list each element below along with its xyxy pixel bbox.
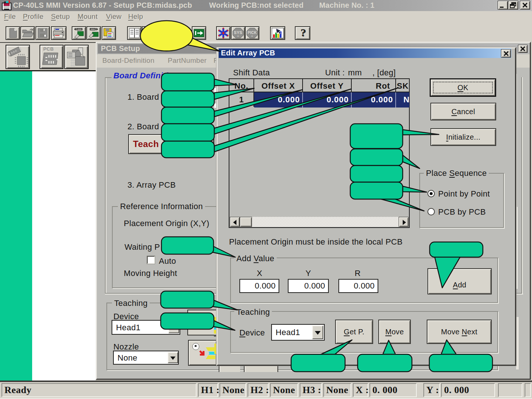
svg-text:PCB: PCB [43, 46, 54, 52]
svg-text:x: x [237, 34, 239, 38]
svg-text:?: ? [300, 27, 306, 38]
svg-text:x: x [251, 34, 253, 38]
